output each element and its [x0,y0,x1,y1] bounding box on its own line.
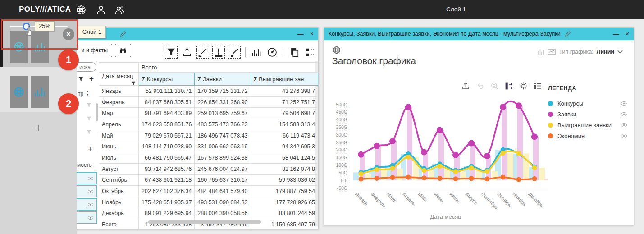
chart-icon[interactable] [251,47,261,57]
svg-text:350G: 350G [336,126,347,132]
column-header-zayavki[interactable]: Σ Заявки [195,73,251,86]
chart-canvas[interactable]: 500G500G450G450G400G400G350G350G300G300G… [324,28,634,225]
svg-text:450G: 450G [336,111,347,117]
row-filter-icon[interactable] [86,116,92,122]
toolbar-divider [245,47,246,57]
table-row: Декабрь89 091 229 695.94288 004 390 058.… [99,208,318,219]
column-header-month[interactable]: Дата месяц [99,73,139,86]
svg-text:400G: 400G [336,119,347,124]
table-row: Октябрь202 627 102 376.34484 484 641 579… [99,186,318,197]
table-row: Февраль84 837 668 305.51226 854 331 268.… [99,96,318,108]
table-row: Июль66 481 790 565.47167 578 899 524.385… [99,152,318,164]
total-band-label: Всего [139,63,318,73]
chart-window: Конкурсы, Заявки, Выигравшие заявки, Эко… [324,27,634,225]
table-toolbar [166,47,319,57]
table-row: Апрель174 623 550 851.76483 575 473 766.… [99,119,318,130]
svg-text:Декабрь: Декабрь [529,193,546,210]
column-header-vyigravshie[interactable]: Σ Выигравшие зая [251,73,318,86]
add-dimension-icon[interactable]: + [89,74,94,83]
svg-text:Июль: Июль [450,193,462,205]
user-icon[interactable] [96,5,106,15]
fact-visibility-row[interactable]: .. [74,198,97,211]
hierarchy-icon[interactable] [305,47,315,57]
pivot-table: Всего Дата месяц Σ Конкурсы Σ Заявки Σ В… [99,62,318,229]
globe-network-icon[interactable] [76,5,87,15]
svg-text:50G: 50G [338,172,347,177]
horizontal-scrollbar[interactable] [148,220,261,224]
table-row: Сентябрь67 438 601 921.18160 765 637 310… [99,174,318,186]
total-band-row: Всего [99,63,318,73]
dimension-panel-actions: + [78,74,94,83]
top-bar: POLY///ATICA Слой 1 [0,0,644,19]
annotation-step-2: 2 [58,93,79,114]
export-icon[interactable] [182,47,192,57]
edit-remove-icon[interactable] [229,47,239,57]
svg-text:Июнь: Июнь [434,193,447,205]
fact-visibility-row[interactable] [74,211,97,224]
svg-text:Ноябрь: Ноябрь [513,193,529,208]
fact-visibility-row[interactable] [74,185,97,197]
column-header-konkursy[interactable]: Σ Конкурсы [139,73,195,86]
close-button[interactable]: × [310,28,314,40]
annotation-highlight-box [1,19,78,50]
svg-text:100G: 100G [336,165,347,170]
column-header-row: Дата месяц Σ Конкурсы Σ Заявки Σ Выиграв… [99,73,318,86]
polymatica-logo: POLY///ATICA [19,0,71,19]
svg-text:300G: 300G [336,134,347,139]
layer-2-sphere-thumbnail[interactable] [10,76,28,108]
table-window: — × и и факты иска + тр ▲▼ + мость .. [68,27,319,229]
table-row: Август93 714 942 685.76245 676 004 024.9… [99,163,318,174]
visibility-header: мость [77,162,92,168]
svg-text:150G: 150G [336,157,347,162]
dimension-filter-icon[interactable] [78,76,84,82]
svg-text:Март: Март [387,193,398,204]
filter-icon[interactable] [166,47,176,57]
svg-text:-50G: -50G [337,187,347,193]
alert-icon[interactable] [214,47,224,57]
table-row: Март98 791 694 403.89259 013 695 759.677… [99,108,318,119]
row-filter-icon[interactable] [86,129,92,135]
svg-text:Февраль: Февраль [371,193,388,210]
table-row: Январь52 901 111 330.71170 359 715 331.7… [99,86,318,97]
x-axis-title: Дата месяц [414,213,477,220]
active-layer-label: Слой 1 [446,0,466,19]
table-row: Июнь108 114 719 028.90331 006 662 063.19… [99,141,318,152]
svg-text:200G: 200G [336,149,347,155]
copy-icon[interactable] [289,47,299,57]
edit-add-icon[interactable] [198,47,208,57]
svg-text:Апрель: Апрель [402,193,418,208]
fact-visibility-row[interactable] [74,172,97,184]
sort-toggle-icon[interactable]: ▲▼ [86,90,89,96]
table-row: Май79 029 670 567.21186 496 747 078.4366… [99,130,318,141]
row-filter-icon[interactable] [86,102,92,108]
toolbar-divider [283,47,283,57]
annotation-step-1: 1 [58,50,79,70]
search-binoculars-button[interactable] [115,44,131,57]
add-fact-icon[interactable]: + [88,145,92,154]
gauge-icon[interactable] [267,47,277,57]
svg-text:0.0: 0.0 [341,179,347,185]
add-layer-button[interactable]: + [0,112,77,143]
users-icon[interactable] [114,5,125,15]
layer-2-chart-thumbnail[interactable] [31,76,49,108]
svg-text:Январь: Январь [355,193,370,208]
minimize-button[interactable]: — [297,28,304,40]
svg-text:250G: 250G [336,142,347,147]
parameter-label: тр [78,91,83,97]
svg-text:500G: 500G [336,104,347,109]
edit-title-icon[interactable] [119,31,126,37]
mini-scrollbar[interactable] [96,103,98,121]
layer-name-tooltip: Слой 1 [78,26,106,38]
table-row: Ноябрь175 428 651 905.37493 531 090 684.… [99,197,318,208]
